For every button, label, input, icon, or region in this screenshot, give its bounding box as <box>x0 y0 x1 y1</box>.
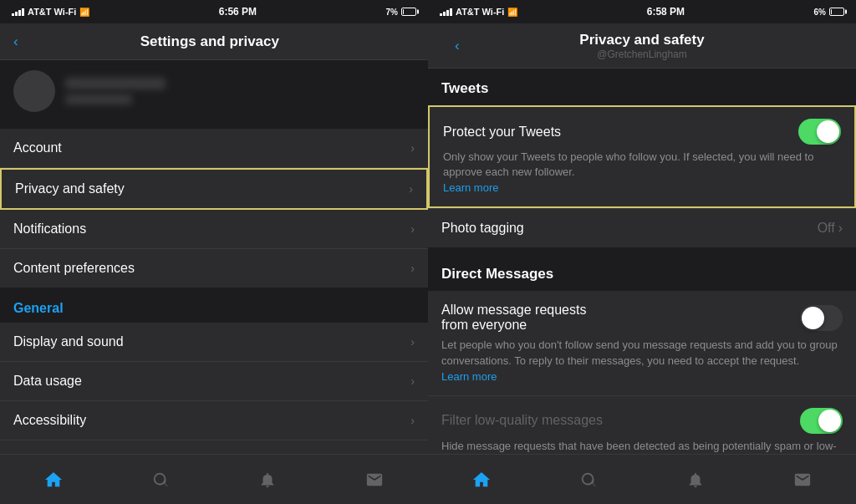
protect-tweets-description: Only show your Tweets to people who foll… <box>443 150 841 180</box>
profile-handle <box>65 94 132 104</box>
protect-tweets-learn-more[interactable]: Learn more <box>443 181 498 194</box>
signal-bar-1 <box>12 13 14 16</box>
spacer-1 <box>0 122 428 129</box>
right-battery-fill <box>831 9 832 14</box>
left-status-bar: AT&T Wi-Fi 📶 6:56 PM 7% <box>0 0 428 23</box>
filter-lq-toggle[interactable] <box>800 408 843 434</box>
notifications-label: Notifications <box>13 221 410 237</box>
account-label: Account <box>13 140 410 155</box>
right-bell-icon <box>686 471 705 489</box>
r-signal-bar-4 <box>450 8 452 16</box>
left-nav-bar: ‹ Settings and privacy <box>0 23 428 60</box>
display-label: Display and sound <box>13 334 410 349</box>
right-mail-icon <box>793 471 812 489</box>
photo-tagging-value-area: Off › <box>818 221 843 236</box>
left-tab-bar <box>0 454 428 504</box>
allow-requests-row: Allow message requests from everyone Let… <box>428 291 856 395</box>
filter-lq-inline: Filter low-quality messages <box>441 408 843 434</box>
right-page-subtitle: @GretchenLingham <box>441 48 843 60</box>
photo-tagging-row[interactable]: Photo tagging Off › <box>428 208 856 247</box>
allow-requests-description: Let people who you don't follow send you… <box>441 338 843 368</box>
right-tab-search[interactable] <box>535 455 642 504</box>
right-search-icon <box>579 471 598 489</box>
section-divider-1 <box>428 247 856 254</box>
settings-item-display[interactable]: Display and sound › <box>0 323 428 362</box>
right-signal-bars <box>440 8 452 16</box>
carrier-label: AT&T Wi-Fi <box>28 7 76 17</box>
profile-name <box>65 78 166 89</box>
right-nav-center: Privacy and safety @GretchenLingham <box>441 32 843 60</box>
general-settings-group: Display and sound › Data usage › Accessi… <box>0 323 428 454</box>
settings-item-privacy[interactable]: Privacy and safety › <box>0 168 428 210</box>
right-battery-pct: 6% <box>814 8 826 17</box>
general-section-header: General <box>0 288 428 323</box>
settings-item-notifications[interactable]: Notifications › <box>0 210 428 249</box>
chevron-icon-6: › <box>410 374 415 388</box>
battery-fill <box>403 9 404 14</box>
settings-item-accessibility[interactable]: Accessibility › <box>0 401 428 440</box>
about-label: About Twitter <box>13 452 410 454</box>
allow-requests-learn-more[interactable]: Learn more <box>441 370 497 383</box>
right-status-time: 6:58 PM <box>647 6 685 18</box>
tab-notifications[interactable] <box>214 455 321 504</box>
right-nav-bar: ‹ Privacy and safety @GretchenLingham <box>428 23 856 69</box>
chevron-icon: › <box>410 141 415 155</box>
tweets-section-header: Tweets <box>428 69 856 105</box>
content-label: Content preferences <box>13 261 410 276</box>
settings-item-account[interactable]: Account › <box>0 129 428 168</box>
filter-lq-label: Filter low-quality messages <box>441 413 800 428</box>
right-battery-area: 6% <box>814 8 844 17</box>
page-title: Settings and privacy <box>25 33 395 50</box>
back-button[interactable]: ‹ <box>13 33 18 50</box>
right-home-icon <box>472 471 491 489</box>
battery-icon <box>401 8 416 16</box>
toggle-thumb <box>817 120 839 143</box>
right-tab-home[interactable] <box>428 455 535 504</box>
privacy-label: Privacy and safety <box>15 181 409 196</box>
right-tab-notifications[interactable] <box>642 455 749 504</box>
right-back-button[interactable]: ‹ <box>455 38 460 54</box>
profile-section <box>0 60 428 122</box>
right-carrier-label: AT&T Wi-Fi <box>456 7 504 17</box>
protect-tweets-toggle[interactable] <box>798 119 841 145</box>
search-icon <box>151 471 170 489</box>
filter-lq-description: Hide message requests that have been det… <box>441 439 843 454</box>
home-icon <box>44 471 63 489</box>
photo-tagging-label: Photo tagging <box>441 221 818 236</box>
avatar <box>13 70 55 112</box>
right-status-left: AT&T Wi-Fi 📶 <box>440 7 517 17</box>
accessibility-label: Accessibility <box>13 413 410 428</box>
battery-pct: 7% <box>386 8 398 17</box>
settings-item-about[interactable]: About Twitter › <box>0 440 428 454</box>
left-status-left: AT&T Wi-Fi 📶 <box>12 7 89 17</box>
tab-messages[interactable] <box>321 455 428 504</box>
tab-home[interactable] <box>0 455 107 504</box>
mail-icon <box>365 471 384 489</box>
protect-tweets-label: Protect your Tweets <box>443 125 798 140</box>
left-phone-panel: AT&T Wi-Fi 📶 6:56 PM 7% ‹ Settings and p… <box>0 0 428 504</box>
signal-bar-2 <box>15 12 18 16</box>
signal-bar-3 <box>18 10 21 16</box>
allow-requests-thumb <box>802 307 824 329</box>
wifi-icon: 📶 <box>79 8 89 17</box>
chevron-icon-3: › <box>410 222 415 236</box>
settings-item-content[interactable]: Content preferences › <box>0 249 428 288</box>
allow-requests-inline: Allow message requests from everyone <box>441 303 843 333</box>
allow-requests-toggle[interactable] <box>800 305 843 331</box>
tab-search[interactable] <box>107 455 214 504</box>
r-signal-bar-1 <box>440 13 442 16</box>
right-tab-messages[interactable] <box>749 455 856 504</box>
allow-requests-label: Allow message requests from everyone <box>441 303 800 333</box>
filter-low-quality-row: Filter low-quality messages Hide message… <box>428 396 856 454</box>
chevron-icon-7: › <box>410 414 415 427</box>
status-time: 6:56 PM <box>219 6 257 18</box>
filter-lq-thumb <box>818 410 841 432</box>
bell-icon <box>258 471 277 489</box>
r-signal-bar-3 <box>446 10 449 16</box>
photo-tagging-value: Off <box>818 221 835 236</box>
settings-list: Account › Privacy and safety › Notificat… <box>0 60 428 454</box>
right-tab-bar <box>428 454 856 504</box>
right-wifi-icon: 📶 <box>507 8 517 17</box>
r-signal-bar-2 <box>443 12 446 16</box>
settings-item-data[interactable]: Data usage › <box>0 362 428 401</box>
